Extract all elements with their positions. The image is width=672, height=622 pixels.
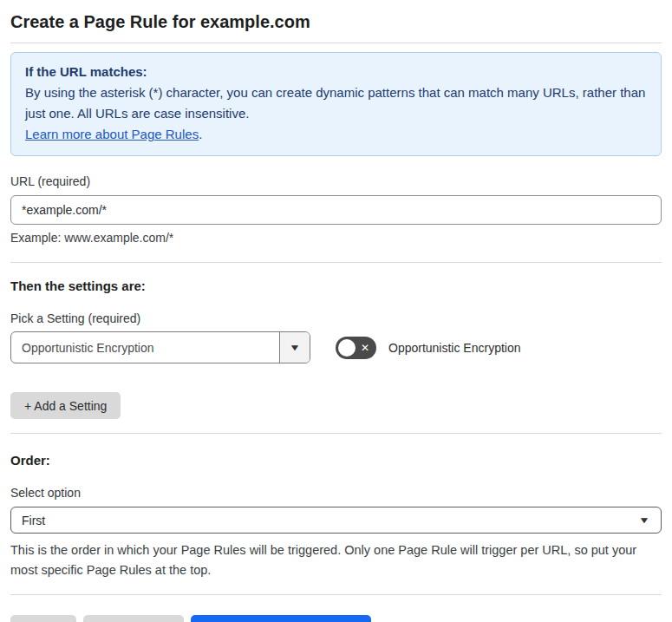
add-setting-button[interactable]: + Add a Setting: [10, 392, 121, 419]
setting-select-value: Opportunistic Encryption: [11, 332, 279, 363]
setting-select[interactable]: Opportunistic Encryption ▼: [10, 331, 310, 363]
toggle-label: Opportunistic Encryption: [388, 341, 521, 355]
url-section-divider: [10, 262, 662, 263]
url-matches-info-box: If the URL matches: By using the asteris…: [10, 52, 662, 156]
setting-select-caret-button[interactable]: ▼: [279, 332, 310, 363]
info-box-link-line: Learn more about Page Rules.: [25, 124, 647, 145]
create-page-rule-form: Create a Page Rule for example.com If th…: [0, 0, 672, 622]
link-suffix: .: [199, 127, 202, 141]
title-divider: [10, 43, 662, 43]
order-section-heading: Order:: [10, 453, 662, 468]
info-box-body: By using the asterisk (*) character, you…: [25, 82, 647, 124]
chevron-down-icon: ▼: [289, 344, 301, 352]
url-example-helper: Example: www.example.com/*: [10, 231, 662, 245]
save-as-draft-button[interactable]: Save as Draft: [83, 615, 185, 622]
toggle-knob: [338, 339, 356, 357]
setting-row: Opportunistic Encryption ▼ ✕ Opportunist…: [10, 331, 662, 363]
order-select-value: First: [22, 514, 640, 527]
select-option-label: Select option: [10, 486, 662, 500]
order-helper-text: This is the order in which your Page Rul…: [10, 540, 662, 580]
url-input[interactable]: [10, 195, 662, 225]
toggle-off-x-icon: ✕: [361, 343, 369, 353]
info-box-heading: If the URL matches:: [25, 62, 647, 82]
settings-section-divider: [10, 433, 662, 434]
footer-divider: [10, 594, 662, 595]
settings-section-heading: Then the settings are:: [10, 278, 662, 293]
learn-more-link[interactable]: Learn more about Page Rules: [25, 127, 199, 141]
page-title: Create a Page Rule for example.com: [10, 10, 662, 32]
cancel-button[interactable]: Cancel: [10, 615, 76, 622]
url-field-label: URL (required): [10, 174, 662, 188]
save-and-deploy-button[interactable]: Save and Deploy Page Rule: [191, 615, 371, 622]
pick-setting-label: Pick a Setting (required): [10, 311, 662, 325]
opportunistic-encryption-toggle-group: ✕ Opportunistic Encryption: [336, 337, 521, 359]
footer-actions: Cancel Save as Draft Save and Deploy Pag…: [10, 615, 662, 622]
opportunistic-encryption-toggle[interactable]: ✕: [336, 337, 376, 359]
order-select[interactable]: First ▼: [10, 507, 662, 534]
chevron-down-icon: ▼: [638, 516, 650, 525]
